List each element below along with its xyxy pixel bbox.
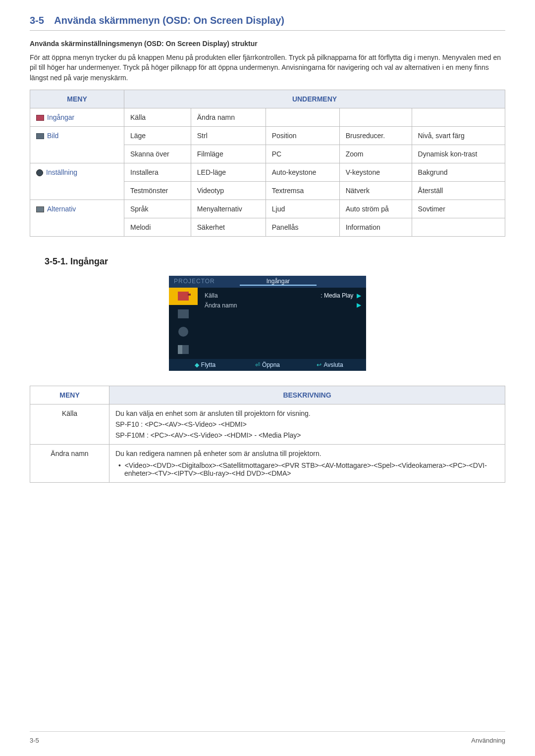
page-footer: 3-5 Användning bbox=[30, 731, 505, 744]
osd-tab-picture bbox=[169, 305, 198, 323]
table-row: Inställning Installera LED-läge Auto-key… bbox=[30, 163, 505, 181]
cell: Dynamisk kon-trast bbox=[412, 145, 505, 163]
osd-foot-exit: Avsluta bbox=[323, 361, 343, 368]
plug-icon bbox=[178, 292, 189, 301]
cell: Återställ bbox=[412, 181, 505, 200]
th-menu: MENY bbox=[30, 90, 124, 108]
th-menu: MENY bbox=[30, 386, 109, 404]
cell: Nätverk bbox=[339, 181, 412, 200]
osd-tab-active: Ingångar bbox=[240, 278, 317, 286]
section-number: 3-5 bbox=[30, 15, 44, 26]
osd-source-value: : Media Play bbox=[321, 292, 353, 299]
desc-line: SP-F10M : <PC>-<AV>-<S-Video> -<HDMI> - … bbox=[115, 431, 499, 439]
options-icon bbox=[36, 206, 44, 212]
menu-label: Ingångar bbox=[47, 113, 74, 121]
osd-tab-options bbox=[169, 341, 198, 359]
cell: Strl bbox=[191, 126, 266, 145]
menu-name: Källa bbox=[30, 404, 109, 444]
cell: Position bbox=[266, 126, 339, 145]
cell: Auto-keystone bbox=[266, 163, 339, 181]
cell: Installera bbox=[124, 163, 191, 181]
description-cell: Du kan välja en enhet som är ansluten ti… bbox=[109, 404, 505, 444]
cell: Testmönster bbox=[124, 181, 191, 200]
cell: LED-läge bbox=[191, 163, 266, 181]
table-row: Ingångar Källa Ändra namn bbox=[30, 108, 505, 126]
cell: Auto ström på bbox=[339, 200, 412, 218]
table-row: Källa Du kan välja en enhet som är anslu… bbox=[30, 404, 505, 444]
description-cell: Du kan redigera namnen på enheter som är… bbox=[109, 444, 505, 482]
cell: Ljud bbox=[266, 200, 339, 218]
enter-icon: ⏎ bbox=[255, 361, 260, 368]
osd-footer: ◆Flytta ⏎Öppna ↩Avsluta bbox=[169, 359, 366, 371]
osd-editname-label: Ändra namn bbox=[205, 302, 237, 309]
arrow-right-icon: ▶ bbox=[357, 302, 361, 309]
cell: Panellås bbox=[266, 218, 339, 236]
cell: Källa bbox=[124, 108, 191, 126]
osd-tab-input bbox=[169, 288, 198, 305]
table-row: Bild Läge Strl Position Brusreducer. Niv… bbox=[30, 126, 505, 145]
divider bbox=[30, 30, 505, 31]
cell: Filmläge bbox=[191, 145, 266, 163]
osd-tab-settings bbox=[169, 323, 198, 341]
cell: Språk bbox=[124, 200, 191, 218]
cell: Zoom bbox=[339, 145, 412, 163]
section-title: Använda skärmmenyn (OSD: On Screen Displ… bbox=[54, 15, 284, 26]
cell: PC bbox=[266, 145, 339, 163]
cell: Läge bbox=[124, 126, 191, 145]
osd-screenshot: PROJECTOR Ingångar Källa : Media Play ▶ … bbox=[169, 276, 366, 371]
exit-icon: ↩ bbox=[317, 361, 321, 368]
table-row: Ändra namn Du kan redigera namnen på enh… bbox=[30, 444, 505, 482]
cell: Textremsa bbox=[266, 181, 339, 200]
table-row: Alternativ Språk Menyalternativ Ljud Aut… bbox=[30, 200, 505, 218]
intro-paragraph: För att öppna menyn trycker du på knappe… bbox=[30, 52, 505, 83]
cell bbox=[412, 218, 505, 236]
cell: Sovtimer bbox=[412, 200, 505, 218]
description-table: MENY BESKRIVNING Källa Du kan välja en e… bbox=[30, 386, 505, 483]
cell bbox=[339, 108, 412, 126]
picture-icon bbox=[178, 309, 189, 318]
footer-right: Användning bbox=[471, 737, 505, 744]
cell: Bakgrund bbox=[412, 163, 505, 181]
osd-foot-open: Öppna bbox=[262, 361, 280, 368]
subsection-heading: 3-5-1. Ingångar bbox=[45, 256, 505, 267]
desc-bullet: <Video>-<DVD>-<Digitalbox>-<Satellitmott… bbox=[124, 461, 487, 477]
cell: Videotyp bbox=[191, 181, 266, 200]
cell: V-keystone bbox=[339, 163, 412, 181]
intro-subheading: Använda skärminställningsmenyn (OSD: On … bbox=[30, 40, 505, 48]
desc-line: SP-F10 : <PC>-<AV>-<S-Video> -<HDMI> bbox=[115, 420, 499, 428]
cell: Skanna över bbox=[124, 145, 191, 163]
arrow-right-icon: ▶ bbox=[357, 292, 361, 299]
bars-icon bbox=[178, 345, 189, 354]
cell: Nivå, svart färg bbox=[412, 126, 505, 145]
desc-line: Du kan redigera namnen på enheter som är… bbox=[115, 450, 499, 457]
page-heading: 3-5 Använda skärmmenyn (OSD: On Screen D… bbox=[30, 15, 505, 26]
move-icon: ◆ bbox=[195, 361, 199, 368]
menu-label: Bild bbox=[47, 132, 58, 140]
osd-projector-label: PROJECTOR bbox=[174, 278, 215, 286]
th-submenu: UNDERMENY bbox=[124, 90, 505, 108]
cell: Melodi bbox=[124, 218, 191, 236]
menu-label: Alternativ bbox=[47, 205, 76, 213]
menu-label: Inställning bbox=[46, 168, 77, 176]
th-description: BESKRIVNING bbox=[109, 386, 505, 404]
settings-icon bbox=[36, 169, 43, 176]
cell bbox=[266, 108, 339, 126]
cell: Menyalternativ bbox=[191, 200, 266, 218]
desc-line: Du kan välja en enhet som är ansluten ti… bbox=[115, 409, 499, 417]
menu-structure-table: MENY UNDERMENY Ingångar Källa Ändra namn… bbox=[30, 90, 505, 237]
osd-foot-move: Flytta bbox=[201, 361, 215, 368]
gear-icon bbox=[178, 327, 188, 337]
osd-source-label: Källa bbox=[205, 292, 218, 299]
footer-left: 3-5 bbox=[30, 737, 39, 744]
cell: Ändra namn bbox=[191, 108, 266, 126]
osd-side-tabs bbox=[169, 288, 198, 359]
cell: Brusreducer. bbox=[339, 126, 412, 145]
cell: Säkerhet bbox=[191, 218, 266, 236]
picture-icon bbox=[36, 133, 44, 139]
input-icon bbox=[36, 115, 44, 121]
cell: Information bbox=[339, 218, 412, 236]
menu-name: Ändra namn bbox=[30, 444, 109, 482]
bullet-icon: • bbox=[118, 461, 125, 469]
cell bbox=[412, 108, 505, 126]
